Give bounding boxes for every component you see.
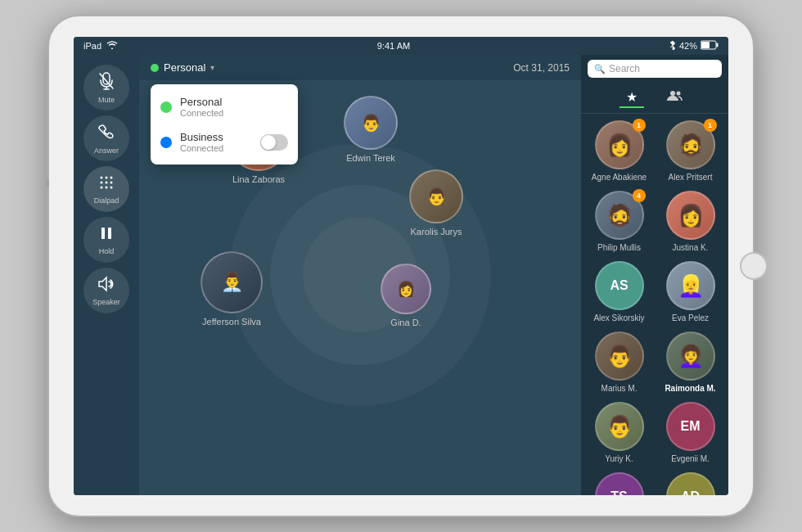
svg-point-15 xyxy=(670,91,675,96)
contact-evgenii[interactable]: EM Evgenii M. xyxy=(659,402,722,464)
tab-contacts[interactable] xyxy=(660,88,690,108)
contact-justina[interactable]: 👩 Justina K. xyxy=(659,191,722,253)
home-button[interactable] xyxy=(740,252,768,280)
alex-p-name: Alex Pritsert xyxy=(669,173,713,183)
answer-label: Answer xyxy=(94,147,119,155)
mute-label: Mute xyxy=(98,96,115,104)
call-contact-edwin[interactable]: 👨 Edwin Terek xyxy=(344,96,398,163)
account-selector[interactable]: Personal ▾ xyxy=(151,61,214,74)
contact-agne[interactable]: 👩 1 Agne Abakiene xyxy=(588,120,651,183)
call-contact-jefferson[interactable]: 👨‍💼 Jefferson Silva xyxy=(200,251,263,327)
speaker-button[interactable]: Speaker xyxy=(83,268,129,313)
personal-status-dot xyxy=(160,101,172,113)
account-dropdown: Personal Connected Business Connected xyxy=(151,84,298,165)
speaker-icon xyxy=(97,276,115,296)
chevron-down-icon: ▾ xyxy=(210,63,214,72)
contact-ts[interactable]: TS TS xyxy=(588,472,651,495)
business-account-name: Business xyxy=(180,131,252,143)
svg-rect-2 xyxy=(701,42,710,48)
alex-p-badge: 1 xyxy=(704,119,717,132)
svg-point-10 xyxy=(101,186,103,188)
agne-name: Agne Abakiene xyxy=(592,173,647,183)
dialpad-button[interactable]: Dialpad xyxy=(83,166,129,212)
marius-name: Marius M. xyxy=(602,384,638,394)
side-button xyxy=(46,180,49,187)
mute-button[interactable]: Mute xyxy=(83,65,129,110)
left-sidebar: Mute Answer xyxy=(74,55,139,495)
right-panel: 🔍 Search ★ xyxy=(581,55,728,495)
call-area: Personal ▾ Oct 31, 2015 Personal Connect… xyxy=(139,55,581,495)
svg-point-11 xyxy=(106,186,108,188)
tab-favorites[interactable]: ★ xyxy=(620,88,644,108)
battery-icon xyxy=(701,40,719,52)
svg-point-4 xyxy=(101,176,103,178)
screen: iPad 9:41 AM 42% xyxy=(74,37,728,495)
filter-tabs: ★ xyxy=(581,83,728,114)
hold-button[interactable]: Hold xyxy=(83,217,129,263)
personal-account-name: Personal xyxy=(180,96,288,108)
contact-alex-p[interactable]: 🧔 1 Alex Pritsert xyxy=(659,120,722,183)
account-status-dot xyxy=(151,64,159,72)
svg-point-16 xyxy=(677,92,681,96)
alex-s-name: Alex Sikorskiy xyxy=(593,313,644,323)
call-contact-jefferson-name: Jefferson Silva xyxy=(202,317,261,327)
search-icon: 🔍 xyxy=(594,64,606,74)
business-toggle[interactable] xyxy=(260,134,288,151)
evgenii-avatar: EM xyxy=(666,402,715,451)
dropdown-item-business[interactable]: Business Connected xyxy=(151,124,298,160)
answer-icon xyxy=(97,123,115,145)
dropdown-item-personal[interactable]: Personal Connected xyxy=(151,89,298,124)
contact-marius[interactable]: 👨 Marius M. xyxy=(588,331,651,394)
status-left: iPad xyxy=(83,41,118,51)
hold-icon xyxy=(98,225,115,246)
dialpad-label: Dialpad xyxy=(94,196,119,205)
svg-point-7 xyxy=(101,181,103,183)
call-contact-edwin-name: Edwin Terek xyxy=(346,153,395,163)
call-contact-lina-name: Lina Zaboras xyxy=(232,174,285,184)
wifi-icon xyxy=(106,41,118,51)
business-status-dot xyxy=(160,137,172,148)
eva-name: Eva Pelez xyxy=(672,313,709,323)
contact-raimonda[interactable]: 👩‍🦱 Raimonda M. xyxy=(659,331,722,394)
status-bar: iPad 9:41 AM 42% xyxy=(74,37,728,55)
yuriy-name: Yuriy K. xyxy=(605,454,633,464)
svg-rect-14 xyxy=(108,228,111,239)
ipad-label: iPad xyxy=(83,41,101,51)
evgenii-name: Evgenii M. xyxy=(671,454,710,464)
business-account-status: Connected xyxy=(180,143,252,153)
ad-avatar: AD xyxy=(666,472,715,495)
ipad-frame: iPad 9:41 AM 42% xyxy=(49,16,753,516)
svg-point-8 xyxy=(106,181,108,183)
contact-ad[interactable]: AD AD xyxy=(659,472,722,495)
svg-point-5 xyxy=(106,176,108,178)
right-panel-header: 🔍 Search xyxy=(581,55,728,83)
raimonda-name: Raimonda M. xyxy=(665,384,715,394)
contact-alex-s[interactable]: AS Alex Sikorskiy xyxy=(588,261,651,323)
contact-philip[interactable]: 🧔 4 Philip Mullis xyxy=(588,191,651,253)
ts-avatar: TS xyxy=(595,472,644,495)
battery-percent: 42% xyxy=(679,41,697,51)
alex-s-avatar: AS xyxy=(595,261,644,310)
status-right: 42% xyxy=(669,40,719,52)
svg-rect-13 xyxy=(101,228,105,239)
main-content: Mute Answer xyxy=(74,55,728,495)
philip-name: Philip Mullis xyxy=(597,243,641,253)
toggle-knob xyxy=(261,135,276,150)
search-box[interactable]: 🔍 Search xyxy=(588,60,722,78)
call-contact-gina[interactable]: 👩 Gina D. xyxy=(381,264,431,327)
dropdown-personal-text: Personal Connected xyxy=(180,96,288,118)
contacts-list: 👩 1 Agne Abakiene 🧔 1 xyxy=(581,114,728,495)
justina-name: Justina K. xyxy=(673,243,709,253)
speaker-label: Speaker xyxy=(92,298,120,306)
call-contact-karolis-name: Karolis Jurys xyxy=(411,227,462,237)
answer-button[interactable]: Answer xyxy=(83,115,129,161)
dialpad-icon xyxy=(98,174,115,195)
bluetooth-icon xyxy=(669,40,676,52)
contact-eva[interactable]: 👱‍♀️ Eva Pelez xyxy=(659,261,722,323)
call-contact-karolis[interactable]: 👨 Karolis Jurys xyxy=(409,169,463,237)
call-contact-gina-name: Gina D. xyxy=(390,318,421,327)
svg-point-12 xyxy=(110,186,113,188)
philip-badge: 4 xyxy=(633,189,646,202)
contact-yuriy[interactable]: 👨 Yuriy K. xyxy=(588,402,651,464)
personal-account-status: Connected xyxy=(180,108,288,118)
